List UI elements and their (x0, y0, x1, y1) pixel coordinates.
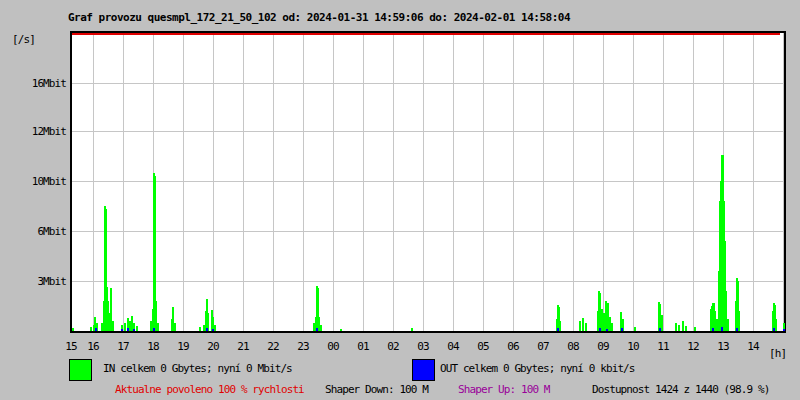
out-traffic-spike (133, 329, 135, 331)
x-axis-unit-label: [h] (769, 347, 786, 360)
out-traffic-spike (212, 329, 214, 331)
chart-title: Graf provozu quesmpl_172_21_50_102 od: 2… (68, 11, 570, 24)
shaper-limit-line (72, 33, 780, 35)
x-tick-label: 09 (593, 340, 613, 353)
in-traffic-spike (124, 323, 126, 331)
in-traffic-spike (585, 323, 587, 331)
y-tick-label: 10Mbit (0, 175, 66, 188)
x-tick-label: 18 (143, 340, 163, 353)
horizontal-gridline (72, 281, 784, 282)
legend-in-swatch (69, 359, 92, 381)
vertical-gridline (663, 33, 664, 331)
vertical-gridline (573, 33, 574, 331)
out-traffic-spike (736, 328, 738, 331)
vertical-gridline (393, 33, 394, 331)
vertical-gridline (693, 33, 694, 331)
out-traffic-spike (599, 328, 601, 331)
in-traffic-spike (559, 321, 561, 331)
vertical-gridline (213, 33, 214, 331)
shaper-up-text: Shaper Up: 100 M (458, 383, 550, 396)
in-traffic-spike (340, 329, 342, 331)
out-traffic-spike (206, 328, 208, 331)
in-traffic-spike (682, 321, 684, 331)
y-tick-label: 16Mbit (0, 77, 66, 90)
horizontal-gridline (72, 131, 784, 132)
out-traffic-spike (783, 329, 785, 331)
y-tick-label: 3Mbit (0, 275, 66, 288)
y-tick-label: 6Mbit (0, 225, 66, 238)
out-traffic-spike (721, 327, 723, 331)
y-tick-label: 12Mbit (0, 125, 66, 138)
x-tick-label: 12 (683, 340, 703, 353)
shaper-down-text: Shaper Down: 100 M (325, 383, 428, 396)
vertical-gridline (333, 33, 334, 331)
x-tick-label: 19 (173, 340, 193, 353)
availability-text: Dostupnost 1424 z 1440 (98.9 %) (592, 383, 769, 396)
x-tick-label: 13 (713, 340, 733, 353)
x-tick-label: 23 (293, 340, 313, 353)
vertical-gridline (483, 33, 484, 331)
x-tick-label: 02 (383, 340, 403, 353)
vertical-gridline (183, 33, 184, 331)
out-traffic-spike (557, 328, 559, 331)
x-tick-label: 11 (653, 340, 673, 353)
in-traffic-spike (611, 323, 613, 331)
x-tick-label: 03 (413, 340, 433, 353)
in-traffic-spike (582, 318, 584, 331)
in-traffic-spike (727, 319, 729, 331)
in-traffic-spike (136, 326, 138, 331)
out-traffic-spike (773, 328, 775, 331)
in-traffic-spike (411, 328, 413, 331)
in-traffic-spike (199, 327, 201, 331)
vertical-gridline (633, 33, 634, 331)
x-tick-label: 07 (533, 340, 553, 353)
in-traffic-spike (694, 327, 696, 331)
x-tick-label: 20 (203, 340, 223, 353)
out-traffic-spike (621, 328, 623, 331)
in-traffic-spike (112, 321, 114, 331)
in-traffic-spike (72, 328, 74, 331)
in-traffic-spike (675, 323, 677, 331)
in-traffic-spike (685, 326, 687, 331)
horizontal-gridline (72, 181, 784, 182)
x-tick-label: 04 (443, 340, 463, 353)
vertical-gridline (303, 33, 304, 331)
x-tick-label: 10 (623, 340, 643, 353)
x-tick-label: 22 (263, 340, 283, 353)
x-tick-label: 14 (743, 340, 763, 353)
x-tick-label: 05 (473, 340, 493, 353)
out-traffic-spike (712, 328, 714, 331)
vertical-gridline (513, 33, 514, 331)
in-traffic-spike (634, 327, 636, 331)
in-traffic-spike (174, 323, 176, 331)
legend-out-swatch (412, 359, 435, 381)
vertical-gridline (243, 33, 244, 331)
y-axis-unit-label: [/s] (12, 33, 35, 46)
x-tick-label: 16 (83, 340, 103, 353)
x-tick-label: 00 (323, 340, 343, 353)
out-traffic-spike (153, 328, 155, 331)
vertical-gridline (93, 33, 94, 331)
in-traffic-spike (214, 325, 216, 331)
legend-out-label: OUT celkem 0 Gbytes; nyní 0 kbit/s (440, 362, 635, 375)
out-traffic-spike (606, 329, 608, 331)
vertical-gridline (273, 33, 274, 331)
x-tick-label: 06 (503, 340, 523, 353)
x-tick-label: 21 (233, 340, 253, 353)
x-tick-label: 01 (353, 340, 373, 353)
in-traffic-spike (90, 327, 92, 331)
plot-area (70, 31, 786, 333)
vertical-gridline (363, 33, 364, 331)
out-traffic-spike (127, 328, 129, 331)
vertical-gridline (123, 33, 124, 331)
out-traffic-spike (316, 328, 318, 331)
in-traffic-spike (738, 311, 740, 331)
in-traffic-spike (661, 315, 663, 331)
in-traffic-spike (157, 323, 159, 331)
vertical-gridline (423, 33, 424, 331)
horizontal-gridline (72, 231, 784, 232)
allowed-speed-text: Aktualne povoleno 100 % rychlosti (115, 383, 304, 396)
vertical-gridline (753, 33, 754, 331)
vertical-gridline (603, 33, 604, 331)
in-traffic-spike (678, 325, 680, 331)
